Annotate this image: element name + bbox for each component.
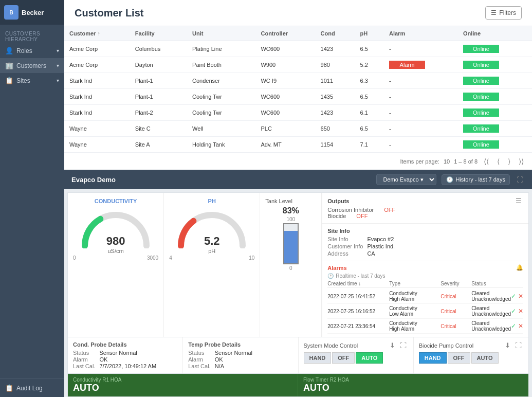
- tank-percent: 83%: [283, 206, 299, 215]
- alarm-check-2[interactable]: ✓: [511, 308, 516, 315]
- cell-controller: W900: [255, 57, 315, 73]
- alarm-col-status: Status: [471, 281, 523, 286]
- biocide-off-btn[interactable]: OFF: [448, 352, 470, 364]
- online-badge: Online: [463, 61, 499, 69]
- items-per-page-value: 10: [444, 158, 450, 165]
- sidebar-item-label: Sites: [16, 77, 30, 84]
- right-panels: Outputs ☰ Corrosion Inhibitor OFF Biocid…: [322, 193, 528, 337]
- cell-cond: 650: [316, 121, 355, 137]
- cell-alarm: -: [384, 121, 458, 137]
- ph-max: 10: [249, 255, 254, 261]
- demo-select[interactable]: Demo Evapco ▾: [376, 174, 436, 185]
- tank-panel: Tank Level 83% 100 0: [260, 193, 322, 337]
- alarm-actions-2: ✓ ✕: [511, 308, 523, 315]
- audit-log-label: Audit Log: [16, 385, 43, 392]
- cell-unit: Holding Tank: [187, 137, 255, 153]
- col-online[interactable]: Online: [458, 26, 532, 41]
- dashboard-header: Evapco Demo Demo Evapco ▾ 🕐 History - la…: [64, 170, 532, 189]
- tank-max-label: 100: [286, 216, 295, 222]
- cell-ph: 7.1: [355, 137, 384, 153]
- prev-page-button[interactable]: ⟨: [495, 156, 502, 167]
- cond-probe-title: Cond. Probe Details: [73, 341, 177, 348]
- temp-alarm-value: OK: [215, 356, 293, 363]
- cell-unit: Plating Line: [187, 41, 255, 57]
- sites-icon: 📋: [5, 77, 13, 84]
- table-row[interactable]: Stark Ind Plant-2 Cooling Twr WC600 1423…: [64, 105, 532, 121]
- cell-unit: Cooling Twr: [187, 105, 255, 121]
- system-mode-hand-btn[interactable]: HAND: [304, 352, 332, 364]
- site-info-section: Site Info Site Info Evapco #2 Customer I…: [322, 224, 528, 261]
- biocide-expand-btn[interactable]: ⛶: [513, 341, 523, 349]
- cell-alarm: -: [384, 137, 458, 153]
- audit-log-item[interactable]: 📋 Audit Log: [5, 384, 59, 392]
- sidebar-item-customers[interactable]: 🏢 Customers ▾: [0, 58, 64, 73]
- next-page-button[interactable]: ⟩: [506, 156, 512, 167]
- last-page-button[interactable]: ⟩⟩: [517, 156, 526, 167]
- cell-customer: Stark Ind: [64, 89, 130, 105]
- alarm-x-3[interactable]: ✕: [518, 322, 523, 330]
- cond-probe-panel: Cond. Probe Details Status Sensor Normal…: [68, 337, 183, 373]
- alarm-x-2[interactable]: ✕: [518, 308, 523, 315]
- sidebar-item-sites[interactable]: 📋 Sites ▾: [0, 73, 64, 88]
- alarm-check-3[interactable]: ✓: [511, 322, 516, 330]
- system-mode-off-btn[interactable]: OFF: [332, 352, 355, 364]
- alarm-x-1[interactable]: ✕: [518, 293, 523, 300]
- outputs-menu-button[interactable]: ☰: [514, 197, 523, 205]
- site-info-title: Site Info: [327, 228, 523, 234]
- site-info-label-2: Customer Info: [327, 243, 363, 249]
- output-value-1: OFF: [384, 207, 395, 213]
- main-content: Customer List ☰ Filters Customer ↑ Facil…: [64, 0, 532, 397]
- alarm-row-3: 2022-07-21 23:36:54 ConductivityHigh Ala…: [327, 319, 523, 334]
- alarm-col-type: Type: [389, 281, 441, 286]
- filters-button[interactable]: ☰ Filters: [485, 6, 522, 20]
- history-button[interactable]: 🕐 History - last 7 days: [442, 174, 510, 185]
- logo: B Becker: [0, 0, 64, 25]
- online-badge: Online: [463, 124, 499, 133]
- temp-probe-panel: Temp Probe Details Status Sensor Normal …: [183, 337, 298, 373]
- chevron-down-icon: ▾: [57, 63, 59, 68]
- col-alarm[interactable]: Alarm: [384, 26, 458, 41]
- table-row[interactable]: Wayne Site A Holding Tank Adv. MT 1154 7…: [64, 137, 532, 153]
- sidebar-item-label: Roles: [16, 47, 32, 55]
- items-per-page-label: Items per page:: [400, 158, 439, 165]
- biocide-pump-panel: Biocide Pump Control ⬇ ⛶ HAND OFF AUTO: [414, 337, 528, 373]
- cell-ph: 6.5: [355, 41, 384, 57]
- sidebar-footer[interactable]: 📋 Audit Log: [0, 378, 64, 397]
- system-mode-download-btn[interactable]: ⬇: [388, 341, 397, 349]
- table-row[interactable]: Stark Ind Plant-1 Cooling Twr WC600 1435…: [64, 89, 532, 105]
- expand-button[interactable]: ⛶: [515, 176, 525, 184]
- table-row[interactable]: Acme Corp Dayton Paint Booth W900 980 5.…: [64, 57, 532, 73]
- alarm-check-1[interactable]: ✓: [511, 293, 516, 300]
- cond-status-label: Status: [73, 350, 95, 356]
- col-controller[interactable]: Controller: [255, 26, 315, 41]
- system-mode-expand-btn[interactable]: ⛶: [398, 341, 408, 349]
- col-cond[interactable]: Cond: [316, 26, 355, 41]
- system-mode-auto-btn[interactable]: AUTO: [356, 352, 383, 364]
- col-customer[interactable]: Customer ↑: [64, 26, 130, 41]
- cell-facility: Site C: [130, 121, 187, 137]
- sidebar-item-roles[interactable]: 👤 Roles ▾: [0, 43, 64, 58]
- biocide-btn-group: HAND OFF AUTO: [419, 352, 523, 364]
- sidebar-item-label: Customers: [16, 62, 46, 69]
- tank-visual: [283, 223, 299, 264]
- biocide-auto-btn[interactable]: AUTO: [471, 352, 499, 364]
- cond-lastcal-value: 7/7/2022, 10:49:12 AM: [99, 363, 177, 369]
- table-row[interactable]: Stark Ind Plant-1 Condenser WC I9 1011 6…: [64, 73, 532, 89]
- site-info-value-2: Plastic Ind.: [367, 243, 523, 249]
- first-page-button[interactable]: ⟨⟨: [482, 156, 491, 167]
- col-facility[interactable]: Facility: [130, 26, 187, 41]
- table-row[interactable]: Acme Corp Columbus Plating Line WC600 14…: [64, 41, 532, 57]
- dashboard-controls: Demo Evapco ▾ 🕐 History - last 7 days ⛶: [376, 174, 525, 185]
- col-unit[interactable]: Unit: [187, 26, 255, 41]
- cell-customer: Acme Corp: [64, 57, 130, 73]
- cell-online: Online: [458, 57, 532, 73]
- biocide-download-btn[interactable]: ⬇: [503, 341, 512, 349]
- biocide-hand-btn[interactable]: HAND: [419, 352, 447, 364]
- site-info-label-3: Address: [327, 250, 363, 257]
- cell-cond: 1154: [316, 137, 355, 153]
- hoa-section-1: Conductivity R1 HOA AUTO: [68, 374, 298, 396]
- page-range: 1 – 8 of 8: [454, 158, 478, 165]
- table-row[interactable]: Wayne Site C Well PLC 650 6.5 - Online: [64, 121, 532, 137]
- col-ph[interactable]: pH: [355, 26, 384, 41]
- alarms-header: Created time ↓ Type Severity Status: [327, 281, 523, 288]
